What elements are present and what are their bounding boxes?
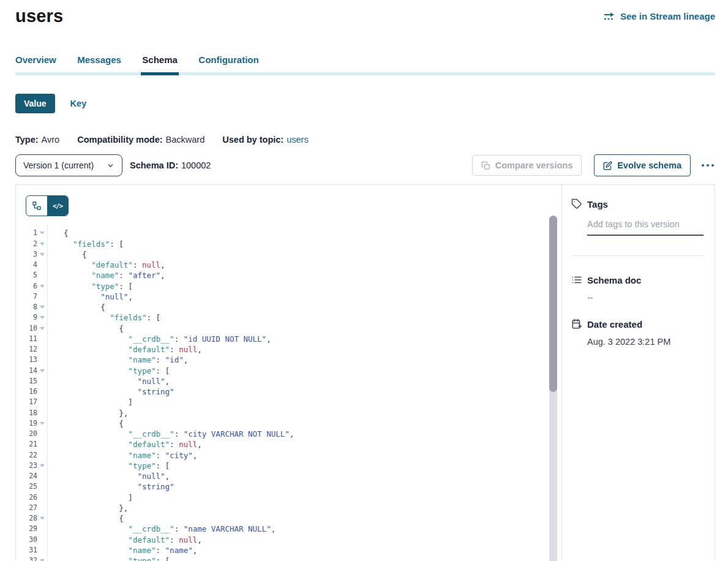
code-line: 9 "fields": [ [16, 312, 561, 323]
code-line: 30 "default": null, [16, 535, 561, 545]
value-toggle-button[interactable]: Value [15, 94, 55, 113]
code-line: 18 }, [16, 408, 561, 418]
code-line: 27 }, [16, 503, 561, 513]
scrollbar-thumb[interactable] [549, 216, 557, 392]
collapse-caret-icon[interactable] [40, 464, 45, 467]
code-text: ] [47, 492, 133, 503]
line-number: 23 [16, 461, 37, 471]
topic-link[interactable]: users [287, 135, 308, 145]
line-number: 29 [16, 524, 37, 534]
dot-icon [702, 164, 704, 167]
code-line: 31 "name": "name", [16, 545, 561, 555]
collapse-caret-icon[interactable] [40, 306, 45, 309]
code-text: { [47, 302, 105, 312]
collapse-caret-icon[interactable] [40, 232, 45, 235]
line-number: 26 [16, 492, 37, 503]
code-text: "default": null, [47, 344, 202, 355]
code-line: 26 ] [16, 492, 561, 503]
date-created-section: Date created Aug. 3 2022 3:21 PM [571, 318, 704, 347]
tree-view-button[interactable] [26, 196, 47, 216]
date-created-title: Date created [587, 319, 642, 329]
code-line: 28 { [16, 513, 561, 524]
collapse-caret-icon[interactable] [40, 369, 45, 372]
collapse-caret-icon[interactable] [40, 517, 45, 520]
tag-icon [571, 198, 582, 209]
caret-cell [37, 270, 47, 280]
caret-cell [37, 249, 47, 260]
schema-controls-row: Version 1 (current) Schema ID:100002 Com… [15, 154, 715, 176]
caret-cell [37, 545, 47, 555]
code-text: "name": "name", [47, 545, 197, 555]
evolve-schema-button[interactable]: Evolve schema [594, 154, 691, 176]
schema-meta-row: Type:Avro Compatibility mode:Backward Us… [15, 135, 728, 145]
version-select[interactable]: Version 1 (current) [15, 154, 122, 176]
line-number: 8 [16, 302, 37, 312]
code-text: { [47, 323, 124, 334]
copy-icon [481, 161, 490, 170]
calendar-plus-icon [571, 318, 582, 329]
code-text: "string" [47, 386, 174, 397]
code-text: "default": null, [47, 260, 165, 270]
collapse-caret-icon[interactable] [40, 422, 45, 425]
line-number: 1 [16, 228, 37, 238]
code-line: 22 "name": "city", [16, 450, 561, 461]
collapse-caret-icon[interactable] [40, 327, 45, 330]
code-view-button[interactable]: </> [47, 196, 68, 216]
code-line: 6 "type": [ [16, 281, 561, 292]
collapse-caret-icon[interactable] [40, 316, 45, 319]
schema-doc-title: Schema doc [587, 275, 641, 285]
collapse-caret-icon[interactable] [40, 285, 45, 288]
code-line: 24 "null", [16, 471, 561, 481]
code-text: "string" [47, 481, 174, 492]
key-toggle-button[interactable]: Key [70, 99, 87, 108]
compare-versions-button[interactable]: Compare versions [472, 155, 582, 176]
list-icon [571, 274, 582, 285]
scrollbar-track[interactable] [549, 216, 557, 561]
code-line: 20 "__crdb__": "city VARCHAR NOT NULL", [16, 429, 561, 439]
code-text: "fields": [ [47, 312, 160, 323]
code-text: }, [47, 408, 128, 418]
caret-cell [37, 260, 47, 270]
code-line: 19 { [16, 418, 561, 429]
code-line: 7 "null", [16, 292, 561, 302]
caret-cell [37, 513, 47, 524]
code-line: 21 "default": null, [16, 439, 561, 450]
tab-schema[interactable]: Schema [142, 55, 178, 72]
code-line: 4 "default": null, [16, 260, 561, 270]
tab-bar: Overview Messages Schema Configuration [15, 55, 715, 75]
line-number: 21 [16, 439, 37, 450]
used-by-topic: Used by topic:users [222, 135, 308, 145]
collapse-caret-icon[interactable] [40, 253, 45, 256]
line-number: 5 [16, 270, 37, 280]
value-key-toggle: Value Key [15, 94, 728, 113]
line-number: 4 [16, 260, 37, 270]
line-number: 3 [16, 249, 37, 260]
caret-cell [37, 471, 47, 481]
line-number: 30 [16, 535, 37, 545]
schema-doc-value: -- [587, 293, 704, 303]
code-line: 15 "null", [16, 376, 561, 386]
tab-messages[interactable]: Messages [77, 55, 121, 72]
more-options-button[interactable] [700, 160, 715, 170]
caret-cell [37, 323, 47, 334]
code-line: 8 { [16, 302, 561, 312]
collapse-caret-icon[interactable] [40, 243, 45, 246]
code-text: "name": "after", [47, 270, 165, 280]
tab-configuration[interactable]: Configuration [198, 55, 258, 72]
type-value: Avro [42, 135, 60, 145]
caret-cell [37, 344, 47, 355]
tags-title: Tags [587, 199, 608, 209]
code-line: 16 "string" [16, 386, 561, 397]
code-editor[interactable]: 1{2 "fields": [3 {4 "default": null,5 "n… [16, 216, 561, 561]
see-in-stream-lineage-link[interactable]: See in Stream lineage [604, 11, 715, 21]
date-created-value: Aug. 3 2022 3:21 PM [587, 337, 704, 347]
caret-cell [37, 239, 47, 249]
code-text: "__crdb__": "name VARCHAR NULL", [47, 524, 276, 534]
caret-cell [37, 334, 47, 344]
tags-input[interactable] [587, 219, 704, 236]
code-text: "name": "city", [47, 450, 197, 461]
line-number: 16 [16, 386, 37, 397]
tab-overview[interactable]: Overview [15, 55, 56, 72]
version-select-value: Version 1 (current) [23, 160, 94, 170]
dot-icon [707, 164, 709, 167]
